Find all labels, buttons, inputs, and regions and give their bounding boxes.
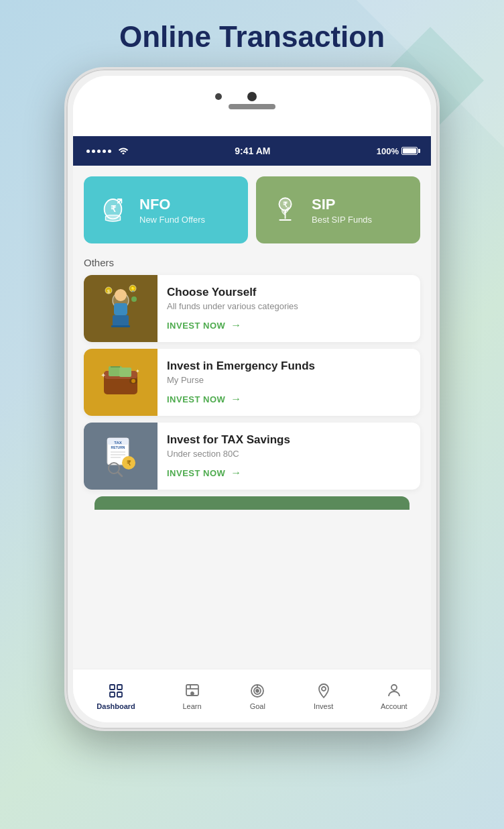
emergency-subtitle: My Purse [167,375,411,385]
emergency-invest-btn[interactable]: INVEST NOW → [167,393,411,405]
phone-mockup: 9:41 AM 100% [64,67,440,731]
others-label: Others [84,257,420,268]
nfo-card[interactable]: ₹ NFO New Fund Offers [84,176,248,243]
dashboard-label: Dashboard [97,702,135,710]
dot-3 [97,150,101,153]
battery-icon [401,147,418,155]
svg-point-13 [131,296,137,302]
nav-account[interactable]: Account [381,682,407,710]
tax-content: Invest for TAX Savings Under section 80C… [158,423,420,490]
svg-point-22 [131,379,135,383]
nav-invest[interactable]: Invest [314,682,333,710]
emergency-arrow-icon: → [231,393,242,405]
nav-goal[interactable]: Goal [249,682,266,710]
status-bar: 9:41 AM 100% [73,136,431,166]
fund-cards-row: ₹ NFO New Fund Offers [73,166,431,252]
tax-invest-btn[interactable]: INVEST NOW → [167,467,411,479]
nfo-text: NFO New Fund Offers [139,196,205,225]
nav-dashboard[interactable]: Dashboard [97,682,135,710]
sip-subtitle: Best SIP Funds [312,215,372,225]
choose-content: Choose Yourself All funds under various … [158,275,420,342]
svg-rect-20 [119,368,131,377]
dashboard-icon [107,682,125,700]
tax-arrow-icon: → [231,467,242,479]
svg-rect-8 [114,303,127,315]
choose-cta-text: INVEST NOW [167,321,225,331]
battery-fill [403,148,416,154]
svg-point-48 [322,687,326,691]
nfo-subtitle: New Fund Offers [139,215,205,225]
svg-text:TAX: TAX [114,441,122,445]
svg-rect-14 [113,315,129,326]
emergency-content: Invest in Emergency Funds My Purse INVES… [158,349,420,416]
tax-image: TAX RETURN ₹ [84,423,158,490]
emergency-cta-text: INVEST NOW [167,394,225,404]
tax-subtitle: Under section 80C [167,449,411,459]
choose-title: Choose Yourself [167,286,411,299]
dot-5 [108,150,111,153]
svg-text:RETURN: RETURN [111,445,125,449]
nfo-title: NFO [139,196,205,213]
battery-percent: 100% [377,146,399,156]
invest-label: Invest [314,702,333,710]
svg-text:✦: ✦ [101,372,106,379]
account-icon [385,682,403,700]
svg-point-46 [256,689,259,692]
tax-cta-text: INVEST NOW [167,468,225,478]
partial-card [94,496,410,510]
svg-line-35 [118,472,122,476]
svg-text:₹: ₹ [111,204,117,214]
dot-1 [86,150,90,153]
choose-arrow-icon: → [231,319,242,331]
status-left [86,146,129,156]
signal-dots [86,150,111,153]
account-label: Account [381,702,407,710]
sip-icon: ₹ [267,192,304,229]
svg-text:₹: ₹ [283,201,288,209]
choose-yourself-card[interactable]: $ 💡 Choose Yourself All funds [84,275,420,342]
svg-text:₹: ₹ [127,459,131,467]
speaker [229,104,275,109]
phone-top-bar [73,76,431,136]
screen-content: ₹ NFO New Fund Offers [73,166,431,722]
goal-label: Goal [250,702,265,710]
dot-2 [92,150,95,153]
svg-rect-38 [110,692,115,697]
tax-card[interactable]: TAX RETURN ₹ [84,423,420,490]
nav-learn[interactable]: Learn [182,682,201,710]
camera-lens [247,92,257,101]
front-camera [215,93,222,100]
svg-rect-39 [117,692,122,697]
emergency-image: ✦ ✦ [84,349,158,416]
svg-text:$: $ [107,289,110,294]
dot-4 [103,150,106,153]
choose-invest-btn[interactable]: INVEST NOW → [167,319,411,331]
choose-subtitle: All funds under various categories [167,301,411,311]
emergency-title: Invest in Emergency Funds [167,360,411,373]
svg-point-49 [391,685,397,690]
page-title: Online Transaction [119,20,385,54]
svg-rect-19 [111,366,120,368]
status-right: 100% [377,146,418,156]
sip-text: SIP Best SIP Funds [312,196,372,225]
svg-rect-15 [111,325,130,327]
svg-text:✦: ✦ [135,368,140,374]
emergency-card[interactable]: ✦ ✦ Invest in Emergency Funds My Purse I… [84,349,420,416]
svg-rect-36 [110,685,115,689]
svg-point-7 [115,289,127,301]
sip-card[interactable]: ₹ SIP Best S [256,176,420,243]
wifi-icon [118,146,129,156]
choose-image: $ 💡 [84,275,158,342]
goal-icon [249,682,266,700]
learn-icon [184,682,201,700]
bottom-nav: Dashboard Learn [73,669,431,722]
svg-point-43 [191,692,194,695]
status-time: 9:41 AM [235,146,270,156]
svg-text:💡: 💡 [130,286,136,292]
others-section: Others [73,252,431,512]
learn-label: Learn [182,702,201,710]
svg-rect-37 [117,685,122,689]
sip-title: SIP [312,196,372,213]
nfo-icon: ₹ [94,192,131,229]
invest-icon [315,682,332,700]
